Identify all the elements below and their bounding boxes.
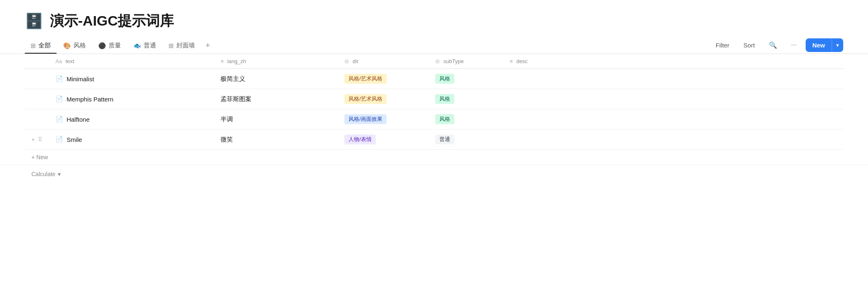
row-controls-cell: + ⠿ (25, 130, 49, 150)
table-row[interactable]: + ⠿ 📄 Smile 微笑人物/表情普通 (25, 130, 843, 150)
row-controls: + ⠿ (31, 136, 42, 143)
search-icon: 🔍 (769, 41, 777, 49)
tab-quality[interactable]: ⚫ 质量 (92, 38, 127, 54)
cell-subtype[interactable]: 风格 (429, 69, 503, 89)
cell-dir-tag: 人物/表情 (344, 134, 376, 144)
tab-cover-label: 封面墙 (176, 42, 195, 50)
tab-normal[interactable]: 🐟 普通 (128, 38, 162, 54)
doc-icon: 📄 (55, 95, 63, 103)
cell-lang-value: 半调 (221, 116, 233, 123)
cell-desc[interactable] (503, 69, 843, 89)
col-header-dir[interactable]: ⊙ dir (338, 54, 429, 69)
cell-text-value: Memphis Pattern (66, 96, 113, 103)
tab-normal-label: 普通 (144, 42, 156, 50)
col-dir-icon: ⊙ (344, 58, 349, 64)
cell-text[interactable]: 📄 Minimalist (49, 69, 214, 89)
cell-lang-value: 微笑 (221, 136, 233, 143)
cell-dir-tag: 风格/艺术风格 (344, 74, 387, 84)
table-container: Aa text ≡ lang_zh ⊙ dir ⊙ subType (0, 54, 868, 150)
calculate-label: Calculate (31, 171, 55, 177)
tab-normal-icon: 🐟 (133, 42, 141, 50)
tab-all[interactable]: ⊞ 全部 (25, 38, 57, 54)
filter-button[interactable]: Filter (711, 39, 734, 51)
cell-desc[interactable] (503, 109, 843, 130)
tab-all-label: 全部 (38, 42, 51, 50)
app-container: 🗄️ 演示-AIGC提示词库 ⊞ 全部 🎨 风格 ⚫ 质量 🐟 普通 ⊞ (0, 0, 868, 297)
sort-button[interactable]: Sort (738, 39, 760, 51)
col-sub-label: subType (443, 58, 464, 64)
cell-desc[interactable] (503, 89, 843, 109)
col-text-icon: Aa (55, 58, 62, 64)
cell-subtype-tag: 普通 (435, 134, 454, 144)
cell-subtype-tag: 风格 (435, 114, 454, 124)
filter-label: Filter (716, 42, 729, 49)
data-table: Aa text ≡ lang_zh ⊙ dir ⊙ subType (25, 54, 843, 150)
cell-desc[interactable] (503, 130, 843, 150)
more-button[interactable]: ··· (786, 39, 802, 51)
sort-label: Sort (743, 42, 755, 49)
row-controls-cell (25, 69, 49, 89)
col-lang-label: lang_zh (227, 58, 246, 64)
cell-lang[interactable]: 极简主义 (214, 69, 338, 89)
page-header: 🗄️ 演示-AIGC提示词库 (0, 0, 868, 31)
cell-subtype-tag: 风格 (435, 74, 454, 84)
cell-dir-tag: 风格/画面效果 (344, 114, 387, 124)
cell-text-value: Smile (66, 136, 82, 143)
search-button[interactable]: 🔍 (764, 39, 782, 52)
cell-subtype[interactable]: 风格 (429, 109, 503, 130)
cell-dir[interactable]: 风格/艺术风格 (338, 89, 429, 109)
tab-all-icon: ⊞ (31, 42, 36, 50)
cell-dir[interactable]: 风格/画面效果 (338, 109, 429, 130)
cell-text-value: Minimalist (66, 75, 94, 82)
doc-icon: 📄 (55, 116, 63, 123)
page-title: 演示-AIGC提示词库 (50, 12, 174, 31)
row-controls-cell (25, 89, 49, 109)
new-row-button[interactable]: + New (0, 150, 868, 165)
tabs: ⊞ 全部 🎨 风格 ⚫ 质量 🐟 普通 ⊞ 封面墙 + (25, 38, 711, 54)
cell-text[interactable]: 📄 Memphis Pattern (49, 89, 214, 109)
col-header-desc[interactable]: ≡ desc (503, 54, 843, 69)
table-row[interactable]: 📄 Memphis Pattern 孟菲斯图案风格/艺术风格风格 (25, 89, 843, 109)
col-header-controls (25, 54, 49, 69)
tab-add-button[interactable]: + (202, 38, 214, 54)
tab-style-label: 风格 (74, 42, 86, 50)
more-icon: ··· (791, 41, 797, 49)
row-add-icon[interactable]: + (31, 136, 35, 143)
cell-subtype[interactable]: 风格 (429, 89, 503, 109)
col-header-lang[interactable]: ≡ lang_zh (214, 54, 338, 69)
cell-dir[interactable]: 人物/表情 (338, 130, 429, 150)
cell-dir[interactable]: 风格/艺术风格 (338, 69, 429, 89)
cell-subtype[interactable]: 普通 (429, 130, 503, 150)
cell-text[interactable]: 📄 Halftone (49, 109, 214, 130)
cell-lang[interactable]: 半调 (214, 109, 338, 130)
cell-subtype-tag: 风格 (435, 94, 454, 104)
tab-quality-icon: ⚫ (98, 42, 106, 50)
cell-text[interactable]: 📄 Smile (49, 130, 214, 150)
new-button-label: New (806, 38, 832, 52)
col-desc-icon: ≡ (510, 58, 513, 64)
col-sub-icon: ⊙ (435, 58, 440, 64)
col-lang-icon: ≡ (221, 58, 224, 64)
col-header-text[interactable]: Aa text (49, 54, 214, 69)
cell-lang[interactable]: 孟菲斯图案 (214, 89, 338, 109)
new-button-arrow[interactable]: ▾ (832, 39, 843, 52)
col-header-subtype[interactable]: ⊙ subType (429, 54, 503, 69)
table-row[interactable]: 📄 Halftone 半调风格/画面效果风格 (25, 109, 843, 130)
toolbar: ⊞ 全部 🎨 风格 ⚫ 质量 🐟 普通 ⊞ 封面墙 + (0, 31, 868, 54)
tab-quality-label: 质量 (109, 42, 121, 50)
tab-style[interactable]: 🎨 风格 (57, 38, 92, 54)
col-desc-label: desc (516, 58, 527, 64)
row-controls-cell (25, 109, 49, 130)
cell-dir-tag: 风格/艺术风格 (344, 94, 387, 104)
row-drag-icon[interactable]: ⠿ (38, 136, 42, 143)
new-button[interactable]: New ▾ (806, 38, 843, 52)
doc-icon: 📄 (55, 75, 63, 82)
table-row[interactable]: 📄 Minimalist 极简主义风格/艺术风格风格 (25, 69, 843, 89)
calculate-arrow: ▾ (58, 171, 61, 177)
new-row-label: + New (31, 154, 48, 160)
tab-cover[interactable]: ⊞ 封面墙 (163, 38, 201, 54)
calculate-button[interactable]: Calculate ▾ (0, 165, 868, 183)
cell-lang[interactable]: 微笑 (214, 130, 338, 150)
tab-cover-icon: ⊞ (168, 42, 174, 50)
col-dir-label: dir (353, 58, 358, 64)
